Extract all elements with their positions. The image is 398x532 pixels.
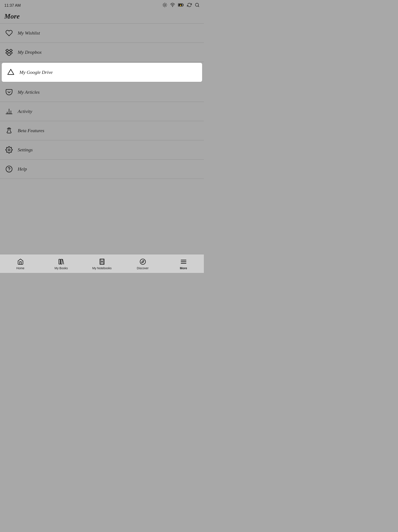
google-drive-icon bbox=[6, 68, 16, 77]
menu-item-help[interactable]: Help bbox=[0, 159, 204, 179]
more-nav-label: More bbox=[180, 266, 187, 270]
page-title: More bbox=[4, 12, 199, 20]
svg-point-30 bbox=[140, 259, 145, 265]
home-nav-label: Home bbox=[16, 266, 24, 270]
menu-item-dropbox[interactable]: My Dropbox bbox=[0, 43, 204, 62]
svg-line-3 bbox=[163, 3, 163, 4]
search-icon[interactable] bbox=[195, 3, 199, 8]
status-time: 11:37 AM bbox=[4, 3, 21, 8]
svg-line-4 bbox=[166, 6, 166, 6]
svg-point-9 bbox=[172, 6, 173, 7]
dropbox-label: My Dropbox bbox=[18, 50, 42, 55]
wishlist-label: My Wishlist bbox=[18, 30, 40, 36]
heart-icon bbox=[4, 28, 14, 38]
menu-icon bbox=[180, 258, 187, 266]
bottom-nav: Home My Books My Notebooks bbox=[0, 254, 204, 273]
battery-icon: ⚡ bbox=[178, 3, 184, 8]
svg-point-0 bbox=[164, 4, 166, 6]
nav-item-home[interactable]: Home bbox=[0, 256, 41, 271]
nav-item-discover[interactable]: Discover bbox=[122, 256, 163, 271]
menu-item-google-drive[interactable]: My Google Drive bbox=[2, 63, 202, 82]
google-drive-label: My Google Drive bbox=[19, 70, 53, 75]
sync-icon bbox=[187, 3, 192, 8]
svg-rect-11 bbox=[183, 4, 184, 6]
books-icon bbox=[57, 258, 65, 266]
notebooks-icon bbox=[98, 258, 106, 266]
help-label: Help bbox=[18, 166, 27, 172]
gear-icon bbox=[4, 145, 14, 155]
svg-marker-31 bbox=[142, 261, 144, 263]
nav-item-my-books[interactable]: My Books bbox=[41, 256, 81, 271]
menu-item-activity[interactable]: Activity bbox=[0, 102, 204, 121]
help-circle-icon bbox=[4, 164, 14, 174]
pocket-icon bbox=[4, 88, 14, 97]
menu-list: My Wishlist My Dropbox My Google Drive bbox=[0, 24, 204, 254]
nav-item-more[interactable]: More bbox=[163, 256, 204, 271]
menu-item-articles[interactable]: My Articles bbox=[0, 83, 204, 102]
status-bar: 11:37 AM bbox=[0, 0, 204, 10]
svg-text:⚡: ⚡ bbox=[179, 4, 182, 7]
status-icons: ⚡ bbox=[162, 3, 199, 8]
bar-chart-icon bbox=[4, 107, 14, 116]
nav-item-my-notebooks[interactable]: My Notebooks bbox=[81, 256, 122, 271]
articles-label: My Articles bbox=[18, 89, 40, 95]
menu-item-settings[interactable]: Settings bbox=[0, 140, 204, 159]
discover-nav-label: Discover bbox=[137, 266, 149, 270]
flask-icon bbox=[4, 126, 14, 135]
home-icon bbox=[17, 258, 24, 266]
svg-rect-24 bbox=[59, 259, 60, 264]
beta-label: Beta Features bbox=[18, 128, 44, 133]
settings-label: Settings bbox=[18, 147, 33, 153]
menu-item-beta[interactable]: Beta Features bbox=[0, 121, 204, 140]
svg-point-22 bbox=[6, 166, 12, 172]
svg-line-15 bbox=[198, 6, 199, 7]
my-books-nav-label: My Books bbox=[55, 266, 68, 270]
page-header: More bbox=[0, 10, 204, 24]
svg-line-7 bbox=[163, 6, 163, 6]
wifi-icon bbox=[170, 3, 175, 8]
svg-rect-25 bbox=[61, 259, 62, 264]
compass-icon bbox=[139, 258, 147, 266]
my-notebooks-nav-label: My Notebooks bbox=[92, 266, 112, 270]
menu-item-wishlist[interactable]: My Wishlist bbox=[0, 24, 204, 43]
dropbox-icon bbox=[4, 48, 14, 57]
svg-point-21 bbox=[8, 149, 10, 151]
activity-label: Activity bbox=[18, 109, 32, 114]
brightness-icon bbox=[162, 3, 167, 8]
svg-line-8 bbox=[166, 3, 166, 4]
